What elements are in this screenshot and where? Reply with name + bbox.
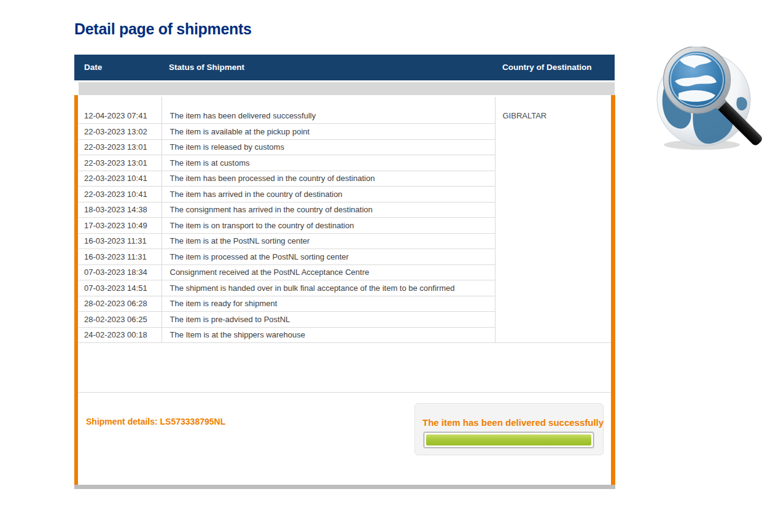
page-title: Detail page of shipments: [74, 20, 252, 38]
cell-status: The item has been delivered successfully: [161, 108, 495, 124]
cell-date: 16-03-2023 11:31: [79, 233, 161, 249]
column-header-country: Country of Destination: [502, 63, 592, 72]
country-cell: GIBRALTAR: [495, 97, 611, 343]
cell-date: 22-03-2023 10:41: [79, 171, 161, 187]
table-footer-area: Shipment details: LS573338795NL The item…: [78, 392, 611, 485]
cell-status: The item is at the PostNL sorting center: [161, 233, 495, 249]
cell-status: The item is released by customs: [161, 139, 495, 155]
table-header-bar: Date Status of Shipment Country of Desti…: [74, 55, 615, 80]
cell-date: 22-03-2023 13:02: [79, 124, 161, 140]
cell-date: 22-03-2023 10:41: [79, 187, 161, 202]
current-status-message: The item has been delivered successfully: [422, 417, 604, 428]
cell-status: Consignment received at the PostNL Accep…: [161, 264, 495, 280]
cell-status: The item is available at the pickup poin…: [161, 124, 495, 140]
cell-date: 07-03-2023 18:34: [79, 264, 161, 280]
cell-date: 18-03-2023 14:38: [79, 202, 161, 218]
cell-date: 07-03-2023 14:51: [79, 280, 161, 296]
progress-bar-track: [424, 432, 594, 448]
progress-bar-fill: [426, 434, 591, 445]
cell-status: The Item is at the shippers warehouse: [161, 327, 495, 343]
table-subheader-strip: [79, 82, 615, 95]
cell-status: The item has been processed in the count…: [161, 171, 495, 187]
cell-date: 12-04-2023 07:41: [79, 108, 161, 124]
cell-date: 22-03-2023 13:01: [79, 139, 161, 155]
cell-status: The item is pre-advised to PostNL: [161, 312, 495, 328]
bottom-gray-bar: [74, 485, 615, 489]
shipments-table: GIBRALTAR 12-04-2023 07:41 The item has …: [79, 97, 611, 343]
table-container: GIBRALTAR 12-04-2023 07:41 The item has …: [74, 95, 615, 485]
cell-date: 28-02-2023 06:28: [79, 296, 161, 312]
cell-date: 28-02-2023 06:25: [79, 312, 161, 328]
cell-status: The shipment is handed over in bulk fina…: [161, 280, 495, 296]
shipment-details-label: Shipment details: LS573338795NL: [86, 417, 225, 426]
cell-status: The item is processed at the PostNL sort…: [161, 249, 495, 265]
column-header-status: Status of Shipment: [169, 63, 244, 72]
table-spacer-row: GIBRALTAR: [79, 97, 611, 108]
shipment-table-body: GIBRALTAR 12-04-2023 07:41 The item has …: [79, 97, 611, 343]
column-header-date: Date: [84, 63, 102, 72]
cell-date: 17-03-2023 10:49: [79, 218, 161, 234]
cell-status: The item has arrived in the country of d…: [161, 187, 495, 202]
cell-status: The item is at customs: [161, 155, 495, 171]
cell-date: 22-03-2023 13:01: [79, 155, 161, 171]
cell-status: The consignment has arrived in the count…: [161, 202, 495, 218]
current-status-box: The item has been delivered successfully: [414, 403, 604, 455]
cell-date: 24-02-2023 00:18: [79, 327, 161, 343]
globe-magnifier-icon: [648, 47, 768, 151]
cell-status: The item is ready for shipment: [161, 296, 495, 312]
shipment-detail-page: Detail page of shipments Date Status of …: [0, 0, 770, 532]
cell-date: 16-03-2023 11:31: [79, 249, 161, 265]
cell-status: The item is on transport to the country …: [161, 218, 495, 234]
